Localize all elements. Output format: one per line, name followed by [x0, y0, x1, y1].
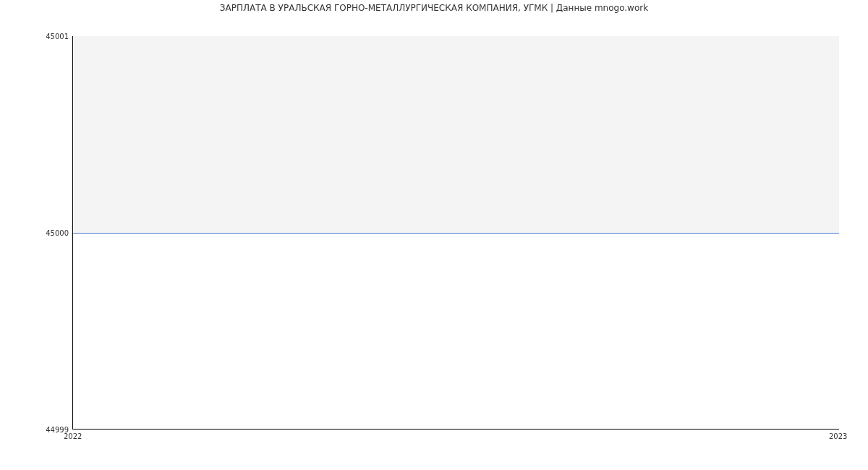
series-line — [73, 233, 839, 234]
chart-title: ЗАРПЛАТА В УРАЛЬСКАЯ ГОРНО-МЕТАЛЛУРГИЧЕС… — [0, 3, 868, 13]
plot-background-upper — [73, 36, 839, 233]
plot-area — [72, 36, 839, 430]
plot-background-lower — [73, 233, 839, 430]
x-tick-label: 2023 — [829, 432, 847, 440]
y-tick-label: 45000 — [4, 229, 69, 237]
y-tick-label: 45001 — [4, 33, 69, 40]
y-tick-label: 44999 — [4, 426, 69, 434]
chart-container: ЗАРПЛАТА В УРАЛЬСКАЯ ГОРНО-МЕТАЛЛУРГИЧЕС… — [0, 0, 868, 470]
x-tick-label: 2022 — [64, 432, 82, 440]
